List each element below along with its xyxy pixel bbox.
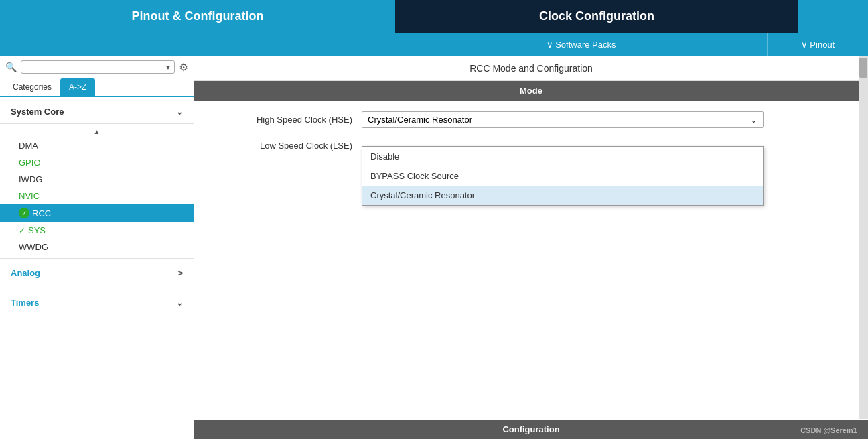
main-content: 🔍 ▼ ⚙ Categories A->Z System Core ⌄ bbox=[0, 56, 868, 439]
sidebar-item-nvic[interactable]: NVIC bbox=[0, 188, 194, 204]
clock-config-tab[interactable]: Clock Configuration bbox=[395, 0, 798, 33]
section-system-core[interactable]: System Core ⌄ bbox=[0, 100, 194, 124]
bottom-config-bar: Configuration CSDN @Serein1_ bbox=[194, 420, 868, 439]
mode-header: Mode bbox=[194, 81, 868, 101]
timers-label: Timers bbox=[11, 298, 39, 308]
sys-check-icon: ✓ bbox=[19, 226, 25, 235]
sidebar: 🔍 ▼ ⚙ Categories A->Z System Core ⌄ bbox=[0, 56, 194, 439]
search-input-wrapper[interactable]: ▼ bbox=[21, 60, 175, 74]
tabs-row: Categories A->Z bbox=[0, 78, 194, 97]
system-core-arrow-icon: ⌄ bbox=[176, 107, 183, 117]
hse-label: High Speed Clock (HSE) bbox=[208, 115, 362, 125]
sidebar-item-wwdg[interactable]: WWDG bbox=[0, 239, 194, 255]
software-packs-label: ∨ Software Packs bbox=[547, 40, 616, 50]
tab-categories[interactable]: Categories bbox=[4, 78, 60, 96]
hse-select-arrow-icon: ⌄ bbox=[750, 115, 757, 125]
system-core-label: System Core bbox=[11, 107, 64, 117]
rcc-check-circle-icon: ✓ bbox=[19, 208, 29, 218]
analog-arrow-icon: > bbox=[177, 268, 183, 278]
hse-row: High Speed Clock (HSE) Crystal/Ceramic R… bbox=[208, 111, 855, 128]
section-analog[interactable]: Analog > bbox=[0, 258, 194, 288]
lse-label: Low Speed Clock (LSE) bbox=[208, 141, 362, 151]
second-row: ∨ Software Packs ∨ Pinout bbox=[0, 33, 868, 56]
rcc-title-text: RCC Mode and Configuration bbox=[469, 63, 593, 74]
top-header: Pinout & Configuration Clock Configurati… bbox=[0, 0, 868, 33]
dropdown-item-bypass[interactable]: BYPASS Clock Source bbox=[362, 166, 763, 186]
system-core-items: ▲ DMA GPIO IWDG NVIC ✓ RCC bbox=[0, 124, 194, 258]
lse-dropdown-popup: Disable BYPASS Clock Source Crystal/Cera… bbox=[362, 146, 764, 206]
sidebar-item-gpio[interactable]: GPIO bbox=[0, 154, 194, 171]
hse-select[interactable]: Crystal/Ceramic Resonator ⌄ bbox=[362, 111, 764, 128]
search-icon: 🔍 bbox=[5, 62, 17, 72]
pinout-btn[interactable]: ∨ Pinout bbox=[768, 33, 868, 56]
rcc-title: RCC Mode and Configuration bbox=[194, 56, 868, 81]
timers-arrow-icon: ⌄ bbox=[176, 298, 183, 308]
sidebar-item-rcc[interactable]: ✓ RCC bbox=[0, 204, 194, 222]
pinout-config-label: Pinout & Configuration bbox=[132, 9, 264, 23]
gear-icon[interactable]: ⚙ bbox=[179, 61, 188, 74]
sidebar-item-iwdg[interactable]: IWDG bbox=[0, 171, 194, 188]
sidebar-item-dma[interactable]: DMA bbox=[0, 137, 194, 154]
second-row-left bbox=[0, 33, 395, 56]
right-panel: RCC Mode and Configuration Mode High Spe… bbox=[194, 56, 868, 439]
search-dropdown-arrow-icon: ▼ bbox=[165, 64, 171, 71]
sidebar-item-sys[interactable]: ✓ SYS bbox=[0, 222, 194, 239]
tab-atoz[interactable]: A->Z bbox=[60, 78, 95, 96]
software-packs-btn[interactable]: ∨ Software Packs bbox=[395, 33, 768, 56]
pinout-config-tab[interactable]: Pinout & Configuration bbox=[0, 0, 395, 33]
mode-header-text: Mode bbox=[520, 86, 542, 96]
pinout-btn-label: ∨ Pinout bbox=[801, 40, 835, 50]
search-input[interactable] bbox=[24, 62, 165, 72]
dropdown-item-crystal[interactable]: Crystal/Ceramic Resonator bbox=[362, 186, 763, 205]
analog-label: Analog bbox=[11, 268, 40, 278]
scroll-up-btn[interactable]: ▲ bbox=[0, 127, 194, 137]
config-label-text: Configuration bbox=[502, 424, 559, 434]
hse-value: Crystal/Ceramic Resonator bbox=[368, 115, 472, 125]
watermark: CSDN @Serein1_ bbox=[800, 422, 861, 439]
clock-config-label: Clock Configuration bbox=[539, 9, 654, 23]
scrollbar-thumb bbox=[859, 58, 867, 78]
header-right-bar bbox=[798, 0, 868, 33]
section-timers[interactable]: Timers ⌄ bbox=[0, 288, 194, 317]
dropdown-item-disable[interactable]: Disable bbox=[362, 147, 763, 166]
scroll-up-icon: ▲ bbox=[94, 128, 100, 135]
sidebar-items: System Core ⌄ ▲ DMA GPIO IWDG NVIC bbox=[0, 97, 194, 439]
search-bar: 🔍 ▼ ⚙ bbox=[0, 56, 194, 78]
config-area: High Speed Clock (HSE) Crystal/Ceramic R… bbox=[194, 101, 868, 194]
